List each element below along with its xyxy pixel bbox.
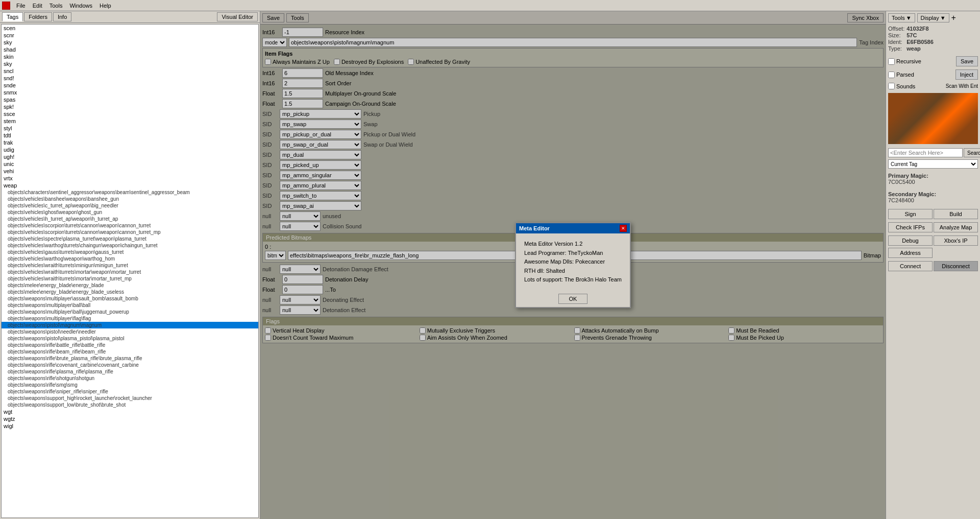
recursive-checkbox[interactable] — [888, 58, 895, 65]
tag-list-item[interactable]: unic — [2, 160, 258, 168]
tools-dropdown-button[interactable]: Tools ▼ — [888, 13, 915, 22]
tag-list-item[interactable]: weap — [2, 182, 258, 189]
tag-list-item[interactable]: sky — [2, 39, 258, 46]
tag-list-item[interactable]: objects\weapons\multiplayer\assault_bomb… — [2, 295, 258, 302]
sounds-checkbox-label[interactable]: Sounds — [888, 83, 915, 89]
tab-info[interactable]: Info — [53, 12, 71, 21]
tag-list-item[interactable]: objects\characters\sentinel_aggressor\we… — [2, 189, 258, 196]
tag-list-item[interactable]: wigl — [2, 422, 258, 430]
build-button[interactable]: Build — [934, 209, 978, 219]
tag-list-item[interactable]: objects\vehicles\ghost\weapon\ghost_gun — [2, 209, 258, 216]
sounds-checkbox[interactable] — [888, 83, 895, 89]
tag-list-item[interactable]: objects\weapons\pistol\magnum\magnum — [2, 322, 258, 328]
tag-list-item[interactable]: spas — [2, 96, 258, 103]
menu-windows[interactable]: Windows — [66, 2, 95, 10]
visual-editor-button[interactable]: Visual Editor — [217, 12, 258, 21]
tag-list-item[interactable]: objects\weapons\pistol\plasma_pistol\pla… — [2, 335, 258, 342]
tag-list-item[interactable]: scnr — [2, 32, 258, 39]
tag-list-item[interactable]: objects\weapons\rifle\covenant_carbine\c… — [2, 362, 258, 368]
tag-list-item[interactable]: ssce — [2, 110, 258, 117]
tag-list-item[interactable]: wgtz — [2, 415, 258, 422]
plus-icon[interactable]: + — [951, 13, 956, 22]
tag-list-item[interactable]: objects\vehicles\scorpion\turrets\cannon… — [2, 229, 258, 235]
tag-list-item[interactable]: objects\weapons\rifle\brute_plasma_rifle… — [2, 355, 258, 362]
tag-list-item[interactable]: vehi — [2, 168, 258, 175]
left-panel: Tags Folders Info Visual Editor scenscnr… — [0, 11, 260, 519]
tag-list-item[interactable]: stem — [2, 117, 258, 125]
tag-list-item[interactable]: objects\vehicles\gauss\turrets\weapon\ga… — [2, 249, 258, 255]
tag-list-item[interactable]: sky — [2, 60, 258, 67]
type-label: Type: — [888, 45, 904, 52]
xbox-ip-button[interactable]: Xbox's IP — [934, 235, 978, 246]
tag-list-item[interactable]: objects\vehicles\h_turret_ap\weapon\h_tu… — [2, 216, 258, 222]
tag-list-item[interactable]: snd! — [2, 75, 258, 82]
tag-list-item[interactable]: objects\vehicles\warthog\weapon\warthog_… — [2, 255, 258, 262]
current-tag-select[interactable]: Current Tag — [888, 159, 978, 169]
check-ifps-button[interactable]: Check IFPs — [888, 222, 933, 232]
tag-list-item[interactable]: objects\vehicles\banshee\weapons\banshee… — [2, 196, 258, 202]
tag-list-item[interactable]: objects\vehicles\wraith\turrets\mortar\w… — [2, 269, 258, 275]
tag-list-item[interactable]: objects\weapons\support_high\rocket_laun… — [2, 395, 258, 402]
secondary-magic-title: Secondary Magic: — [888, 191, 978, 197]
display-chevron-icon: ▼ — [940, 15, 946, 21]
tag-list-item[interactable]: objects\weapons\multiplayer\ball\ball — [2, 302, 258, 309]
parsed-checkbox[interactable] — [888, 72, 895, 78]
tag-list-item[interactable]: objects\weapons\multiplayer\ball\juggern… — [2, 309, 258, 315]
address-button[interactable]: Address — [888, 248, 933, 258]
tag-list-item[interactable]: objects\weapons\rifle\plasma_rifle\plasm… — [2, 368, 258, 375]
tag-list-item[interactable]: vrtx — [2, 175, 258, 182]
right-save-button[interactable]: Save — [956, 56, 978, 66]
tag-list-item[interactable]: objects\vehicles\c_turret_ap\weapon\big_… — [2, 202, 258, 209]
tag-list-item[interactable]: objects\vehicles\warthog\turrets\chaingu… — [2, 242, 258, 249]
tag-list-item[interactable]: objects\vehicles\spectre\plasma_turret\w… — [2, 235, 258, 242]
tag-list-item[interactable]: wgt — [2, 408, 258, 415]
tag-list-item[interactable]: objects\vehicles\scorpion\turrets\cannon… — [2, 222, 258, 229]
tag-list-item[interactable]: snde — [2, 82, 258, 89]
display-dropdown-button[interactable]: Display ▼ — [917, 13, 949, 22]
sign-button[interactable]: Sign — [888, 209, 933, 219]
app-window: File Edit Tools Windows Help Tags Folder… — [0, 0, 980, 519]
disconnect-button[interactable]: Disconnect — [934, 261, 978, 271]
tag-list-item[interactable]: objects\weapons\rifle\battle_rifle\battl… — [2, 342, 258, 348]
tab-tags[interactable]: Tags — [2, 12, 23, 21]
tag-list-item[interactable]: shad — [2, 46, 258, 53]
tag-list-item[interactable]: objects\melee\energy_blade\energy_blade — [2, 282, 258, 289]
tag-list-item[interactable]: trak — [2, 139, 258, 146]
menu-edit[interactable]: Edit — [30, 2, 45, 10]
search-input[interactable] — [888, 148, 963, 157]
tag-list-item[interactable]: styl — [2, 125, 258, 132]
tag-list-item[interactable]: ugh! — [2, 153, 258, 160]
modal-close-button[interactable]: ✕ — [620, 225, 627, 232]
search-button[interactable]: Search — [964, 148, 980, 157]
tag-list-item[interactable]: udig — [2, 146, 258, 153]
menu-help[interactable]: Help — [96, 2, 114, 10]
menu-tools[interactable]: Tools — [46, 2, 66, 10]
tag-list-item[interactable]: objects\vehicles\wraith\turrets\mortar\m… — [2, 275, 258, 282]
tab-folders[interactable]: Folders — [24, 12, 52, 21]
tag-list-item[interactable]: scen — [2, 25, 258, 32]
debug-button[interactable]: Debug — [888, 235, 933, 246]
tag-list-item[interactable]: objects\weapons\pistol\needler\needler — [2, 328, 258, 335]
ident-label: Ident: — [888, 39, 904, 45]
modal-ok-button[interactable]: OK — [558, 294, 588, 304]
connect-button[interactable]: Connect — [888, 261, 933, 271]
tag-list[interactable]: scenscnrskyshadskinskysnclsnd!sndesnmxsp… — [1, 24, 259, 518]
tag-list-item[interactable]: objects\weapons\rifle\beam_rifle\beam_ri… — [2, 348, 258, 355]
tag-list-item[interactable]: spk! — [2, 103, 258, 110]
parsed-checkbox-label[interactable]: Parsed — [888, 72, 914, 78]
tag-list-item[interactable]: tdtl — [2, 132, 258, 139]
menu-file[interactable]: File — [13, 2, 29, 10]
tag-list-item[interactable]: objects\weapons\support_low\brute_shot\b… — [2, 402, 258, 408]
analyze-map-button[interactable]: Analyze Map — [934, 222, 978, 232]
tag-list-item[interactable]: objects\weapons\multiplayer\flag\flag — [2, 315, 258, 322]
tag-list-item[interactable]: snmx — [2, 89, 258, 96]
tag-list-item[interactable]: sncl — [2, 67, 258, 75]
inject-button[interactable]: Inject — [955, 69, 978, 80]
recursive-checkbox-label[interactable]: Recursive — [888, 58, 921, 65]
tag-list-item[interactable]: objects\weapons\rifle\smg\smg — [2, 382, 258, 388]
tag-list-item[interactable]: objects\vehicles\wraith\turrets\minigun\… — [2, 262, 258, 269]
tag-list-item[interactable]: skin — [2, 53, 258, 60]
tag-list-item[interactable]: objects\melee\energy_blade\energy_blade_… — [2, 289, 258, 295]
tag-list-item[interactable]: objects\weapons\rifle\sniper_rifle\snipe… — [2, 388, 258, 395]
tag-list-item[interactable]: objects\weapons\rifle\shotgun\shotgun — [2, 375, 258, 382]
